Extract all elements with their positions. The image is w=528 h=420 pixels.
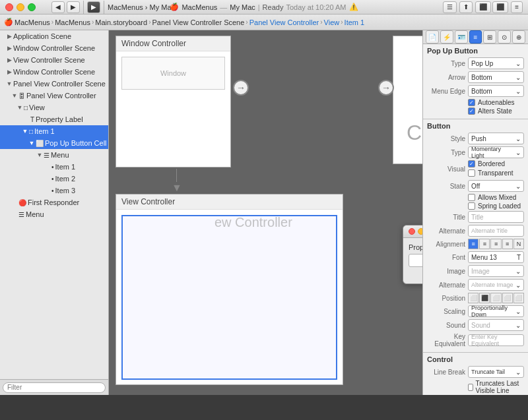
sound-value[interactable]: Sound ⌄ [468, 319, 524, 331]
type-value[interactable]: Pop Up ⌄ [468, 57, 524, 69]
button-type-value[interactable]: Momentary Light ⌄ [468, 146, 524, 158]
truncates-checkbox[interactable] [468, 384, 473, 391]
autoenables-checkbox[interactable]: ✓ [468, 99, 475, 106]
align-right-btn[interactable]: ≡ [490, 239, 501, 249]
tree-item-menuitem2[interactable]: • Item 2 [0, 173, 108, 185]
state-value[interactable]: Off ⌄ [468, 180, 524, 192]
pos-btn2[interactable]: ⬛ [479, 293, 490, 303]
breadcrumb-view[interactable]: View [324, 18, 340, 26]
tree-item-view-ctrl-scene[interactable]: ▶ View Controller Scene [0, 54, 108, 66]
inspector-tab-attributes[interactable]: ≡ [469, 30, 482, 44]
align-natural-btn[interactable]: N [513, 239, 524, 249]
item-icon: □ [29, 128, 33, 135]
run-button[interactable]: ▶ [87, 1, 100, 13]
inspector-tab-file[interactable]: 📄 [426, 30, 439, 44]
vc-scene-header: View Controller [116, 195, 343, 210]
allows-mixed-checkbox[interactable] [468, 194, 475, 201]
transparent-checkbox[interactable] [468, 169, 475, 177]
align-center-btn[interactable]: ≡ [479, 239, 490, 249]
menu-edge-value[interactable]: Bottom ⌄ [468, 85, 524, 97]
share-button[interactable]: ⬆ [459, 1, 473, 13]
line-break-value[interactable]: Truncate Tail ⌄ [468, 366, 524, 378]
tree-item-popup-cell[interactable]: ▼ ⬜ Pop Up Button Cell [0, 137, 108, 149]
tree-item-pvc-scene[interactable]: ▼ Panel View Controller Scene [0, 78, 108, 90]
title-value[interactable]: Title [468, 211, 524, 223]
pos-btn4[interactable]: ⬜ [502, 293, 513, 303]
breadcrumb-macmenus[interactable]: 🍎 MacMenus [4, 18, 50, 26]
bc-label: MacMenus [15, 18, 50, 26]
dialog-min[interactable] [418, 228, 422, 235]
tree-item-pvc[interactable]: ▼ 🎛 Panel View Controller [0, 90, 108, 102]
breadcrumb-scene[interactable]: Panel View Controller Scene [152, 18, 245, 26]
inspector-tab-connections[interactable]: ⊙ [498, 30, 511, 44]
forward-button[interactable]: ▶ [67, 1, 80, 13]
arrow-icon: ▼ [16, 104, 24, 111]
pos-btn3[interactable]: ⬜ [490, 293, 501, 303]
image-value[interactable]: Image ⌄ [468, 265, 524, 277]
inspector-tab-bindings[interactable]: ⊕ [512, 30, 525, 44]
scene-tree: ▶ Application Scene ▶ Window Controller … [0, 30, 108, 379]
popup-input[interactable]: ⌄ [409, 254, 422, 267]
arrow-value[interactable]: Bottom ⌄ [468, 71, 524, 83]
tree-item-first-responder[interactable]: 🔴 First Responder [0, 196, 108, 208]
tree-item-window-ctrl-scene[interactable]: ▶ Window Controller Scene [0, 42, 108, 54]
scaling-value[interactable]: Proportionally Down ⌄ [468, 305, 524, 317]
menu-edge-row: Menu Edge Bottom ⌄ [427, 85, 524, 97]
close-button[interactable] [5, 3, 13, 11]
arrow-label: Arrow [427, 74, 465, 81]
font-value[interactable]: Menu 13 T [468, 251, 524, 263]
alt-image-value[interactable]: Alternate Image ⌄ [468, 279, 524, 291]
center-canvas[interactable]: Window Controller Window Panel View Cont… [109, 30, 422, 395]
menuitem-icon: • [51, 187, 54, 195]
style-value[interactable]: Push ⌄ [468, 133, 524, 144]
maximize-button[interactable] [28, 3, 36, 11]
view-icon: □ [24, 104, 28, 111]
tree-item-item1[interactable]: ▼ □ Item 1 [0, 125, 108, 137]
minimize-button[interactable] [16, 3, 24, 11]
align-justify-btn[interactable]: ≡ [502, 239, 513, 249]
inspector-btn[interactable]: ≡ [511, 1, 523, 13]
dialog-close[interactable] [409, 228, 415, 235]
bc-sep4: › [246, 18, 248, 26]
pos-btn1[interactable]: ⬜ [468, 293, 478, 303]
inspector-tab-size[interactable]: ⊞ [483, 30, 496, 44]
tree-item-menu-bottom[interactable]: ☰ Menu [0, 208, 108, 220]
dropdown-arrow-icon: ⌄ [515, 149, 521, 156]
breadcrumb-item1[interactable]: Item 1 [345, 18, 365, 26]
panel-right-btn[interactable]: ⬛ [492, 1, 508, 13]
wc-scene-header: Window Controller [116, 36, 230, 51]
alters-state-row: ✓ Alters State [427, 107, 524, 115]
button-type-row: Type Momentary Light ⌄ [427, 146, 524, 158]
tree-item-menuitem3[interactable]: • Item 3 [0, 185, 108, 196]
position-label: Position [427, 295, 465, 302]
autoenables-label: Autoenables [478, 99, 515, 106]
titlebar-center: 🍎 MacMenus — My Mac | Ready Today at 10:… [170, 3, 358, 11]
tree-item-window-ctrl-scene2[interactable]: ▶ Window Controller Scene [0, 66, 108, 78]
breadcrumb-macmenus2[interactable]: MacMenus [55, 18, 90, 26]
position-segmented: ⬜ ⬛ ⬜ ⬜ ⬜ [468, 293, 524, 303]
bordered-checkbox[interactable]: ✓ [468, 160, 475, 167]
filter-input[interactable] [3, 382, 106, 393]
breadcrumb-pvc[interactable]: Panel View Controller [249, 18, 319, 26]
tree-item-view[interactable]: ▼ □ View [0, 102, 108, 113]
inspector-tab-identity[interactable]: 🪪 [455, 30, 468, 44]
spring-loaded-checkbox[interactable] [468, 202, 475, 210]
align-left-btn[interactable]: ≡ [468, 239, 478, 249]
tree-item-app-scene[interactable]: ▶ Application Scene [0, 30, 108, 42]
inspector-tab-quick[interactable]: ⚡ [440, 30, 453, 44]
arrow-icon: ▶ [5, 45, 13, 51]
breadcrumb-storyboard[interactable]: Main.storyboard [95, 18, 147, 26]
pvc-scene: Panel View Controller [393, 36, 422, 164]
toolbar-toggle[interactable]: ☰ [443, 1, 457, 13]
tree-item-property-label[interactable]: T Property Label [0, 113, 108, 125]
alternate-value[interactable]: Alternate Title [468, 225, 524, 237]
app-icon: 🍎 [170, 3, 179, 11]
tree-item-menuitem1[interactable]: • Item 1 [0, 161, 108, 173]
position-row: Position ⬜ ⬛ ⬜ ⬜ ⬜ [427, 293, 524, 303]
tree-item-menu[interactable]: ▼ ☰ Menu [0, 149, 108, 161]
pos-btn5[interactable]: ⬜ [513, 293, 524, 303]
key-equiv-value[interactable]: Enter Key Equivalent [468, 334, 524, 346]
back-button[interactable]: ◀ [51, 1, 65, 13]
panel-left-btn[interactable]: ⬛ [475, 1, 491, 13]
alters-state-checkbox[interactable]: ✓ [468, 107, 475, 115]
